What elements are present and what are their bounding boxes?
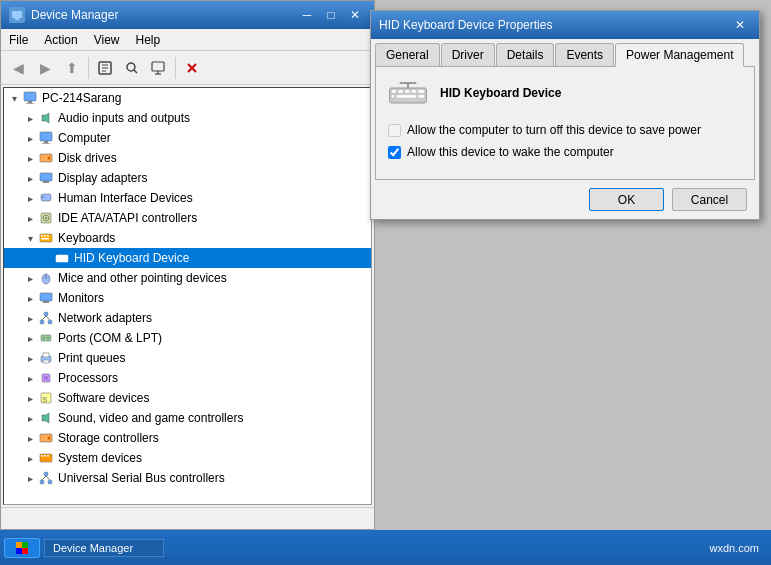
- expand-processors[interactable]: ▸: [22, 370, 38, 386]
- tree-system[interactable]: ▸ System devices: [4, 448, 371, 468]
- expand-hid[interactable]: ▸: [22, 190, 38, 206]
- tree-network[interactable]: ▸ Network adapters: [4, 308, 371, 328]
- tree-root[interactable]: ▾ PC-214Sarang: [4, 88, 371, 108]
- mice-label: Mice and other pointing devices: [58, 271, 227, 285]
- print-icon: [38, 350, 54, 366]
- tree-ide[interactable]: ▸ IDE ATA/ATAPI controllers: [4, 208, 371, 228]
- svg-rect-72: [398, 90, 403, 93]
- tree-hid-keyboard[interactable]: ▸ HID Keyboard Device: [4, 248, 371, 268]
- monitors-label: Monitors: [58, 291, 104, 305]
- expand-computer[interactable]: ▸: [22, 130, 38, 146]
- toolbar-uninstall[interactable]: [179, 55, 205, 81]
- minimize-button[interactable]: ─: [296, 6, 318, 24]
- sound-label: Sound, video and game controllers: [58, 411, 243, 425]
- hid-label: Human Interface Devices: [58, 191, 193, 205]
- toolbar-back[interactable]: ◀: [5, 55, 31, 81]
- svg-rect-84: [22, 548, 28, 554]
- expand-mice[interactable]: ▸: [22, 270, 38, 286]
- maximize-button[interactable]: □: [320, 6, 342, 24]
- tree-software[interactable]: ▸ S Software devices: [4, 388, 371, 408]
- menu-help[interactable]: Help: [128, 31, 169, 49]
- cancel-button[interactable]: Cancel: [672, 188, 747, 211]
- svg-point-50: [47, 337, 49, 339]
- disk-label: Disk drives: [58, 151, 117, 165]
- expand-root[interactable]: ▾: [6, 90, 22, 106]
- close-button[interactable]: ✕: [344, 6, 366, 24]
- expand-sound[interactable]: ▸: [22, 410, 38, 426]
- tree-sound[interactable]: ▸ Sound, video and game controllers: [4, 408, 371, 428]
- tab-power-management[interactable]: Power Management: [615, 43, 744, 67]
- tree-keyboards[interactable]: ▾ Keyboards: [4, 228, 371, 248]
- expand-monitors[interactable]: ▸: [22, 290, 38, 306]
- menu-view[interactable]: View: [86, 31, 128, 49]
- tree-mice[interactable]: ▸ Mice and other pointing devices: [4, 268, 371, 288]
- tree-ports[interactable]: ▸ Ports (COM & LPT): [4, 328, 371, 348]
- toolbar-update[interactable]: [146, 55, 172, 81]
- svg-line-7: [134, 70, 137, 73]
- audio-label: Audio inputs and outputs: [58, 111, 190, 125]
- processors-label: Processors: [58, 371, 118, 385]
- menu-file[interactable]: File: [1, 31, 36, 49]
- root-label: PC-214Sarang: [42, 91, 121, 105]
- checkbox-save-power[interactable]: [388, 124, 401, 137]
- menu-action[interactable]: Action: [36, 31, 85, 49]
- svg-point-66: [40, 480, 44, 484]
- expand-audio[interactable]: ▸: [22, 110, 38, 126]
- toolbar-up[interactable]: ⬆: [59, 55, 85, 81]
- svg-point-49: [43, 337, 45, 339]
- software-icon: S: [38, 390, 54, 406]
- toolbar-props[interactable]: [92, 55, 118, 81]
- tree-audio[interactable]: ▸ Audio inputs and outputs: [4, 108, 371, 128]
- svg-rect-22: [40, 173, 52, 181]
- expand-disk[interactable]: ▸: [22, 150, 38, 166]
- start-button[interactable]: [4, 538, 40, 558]
- device-header: HID Keyboard Device: [388, 79, 742, 107]
- tab-bar: General Driver Details Events Power Mana…: [371, 39, 759, 66]
- svg-line-46: [42, 316, 46, 320]
- device-big-icon: [388, 79, 428, 107]
- checkbox-wake[interactable]: [388, 146, 401, 159]
- tab-general[interactable]: General: [375, 43, 440, 66]
- tree-computer[interactable]: ▸ Computer: [4, 128, 371, 148]
- expand-display[interactable]: ▸: [22, 170, 38, 186]
- expand-ide[interactable]: ▸: [22, 210, 38, 226]
- tab-events[interactable]: Events: [555, 43, 614, 66]
- tab-driver[interactable]: Driver: [441, 43, 495, 66]
- tree-disk[interactable]: ▸ Disk drives: [4, 148, 371, 168]
- ide-label: IDE ATA/ATAPI controllers: [58, 211, 197, 225]
- svg-point-65: [44, 472, 48, 476]
- statusbar: [1, 507, 374, 529]
- tree-usb[interactable]: ▸ Universal Serial Bus controllers: [4, 468, 371, 488]
- tree-storage[interactable]: ▸ Storage controllers: [4, 428, 371, 448]
- svg-text:S: S: [42, 395, 47, 404]
- expand-usb[interactable]: ▸: [22, 470, 38, 486]
- expand-system[interactable]: ▸: [22, 450, 38, 466]
- tab-details[interactable]: Details: [496, 43, 555, 66]
- device-tree[interactable]: ▾ PC-214Sarang ▸ Audio inputs and output…: [3, 87, 372, 505]
- svg-rect-73: [405, 90, 410, 93]
- expand-storage[interactable]: ▸: [22, 430, 38, 446]
- tree-print[interactable]: ▸ Print queues: [4, 348, 371, 368]
- ok-button[interactable]: OK: [589, 188, 664, 211]
- svg-point-67: [48, 480, 52, 484]
- svg-rect-18: [44, 141, 48, 143]
- expand-keyboards[interactable]: ▾: [22, 230, 38, 246]
- toolbar-forward[interactable]: ▶: [32, 55, 58, 81]
- expand-software[interactable]: ▸: [22, 390, 38, 406]
- dialog-titlebar: HID Keyboard Device Properties ✕: [371, 11, 759, 39]
- tree-display[interactable]: ▸ Display adapters: [4, 168, 371, 188]
- expand-print[interactable]: ▸: [22, 350, 38, 366]
- svg-rect-31: [44, 235, 46, 237]
- dialog-close-button[interactable]: ✕: [729, 16, 751, 34]
- device-manager-titlebar: Device Manager ─ □ ✕: [1, 1, 374, 29]
- tree-hid[interactable]: ▸ Human Interface Devices: [4, 188, 371, 208]
- expand-ports[interactable]: ▸: [22, 330, 38, 346]
- display-icon: [38, 170, 54, 186]
- expand-network[interactable]: ▸: [22, 310, 38, 326]
- tree-processors[interactable]: ▸ Processors: [4, 368, 371, 388]
- taskbar-dm[interactable]: Device Manager: [44, 539, 164, 557]
- tree-monitors[interactable]: ▸ Monitors: [4, 288, 371, 308]
- computer-label: Computer: [58, 131, 111, 145]
- toolbar-scan[interactable]: [119, 55, 145, 81]
- svg-rect-36: [60, 256, 62, 257]
